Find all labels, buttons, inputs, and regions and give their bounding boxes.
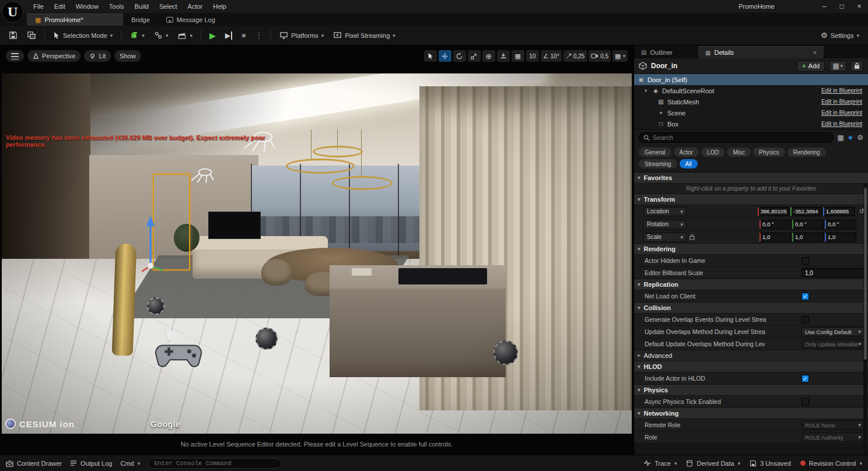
tab-outliner[interactable]: ▤ Outliner (634, 46, 698, 58)
content-drawer-button[interactable]: Content Drawer (6, 460, 62, 467)
actor-hidden-checkbox[interactable] (802, 257, 809, 265)
reflection-probe-icon[interactable] (494, 340, 518, 365)
scale-tool[interactable] (468, 50, 481, 62)
filter-misc[interactable]: Misc (727, 147, 751, 157)
details-scrollbar[interactable] (863, 183, 867, 455)
tab-message-log[interactable]: Message Log (158, 13, 223, 26)
tab-promohome[interactable]: ▦ PromoHome* (27, 13, 123, 26)
reflection-probe-icon[interactable] (147, 297, 164, 315)
selection-mode-dropdown[interactable]: Selection Mode (49, 28, 117, 43)
transform-gizmo[interactable] (118, 212, 183, 276)
filter-general[interactable]: General (639, 147, 671, 157)
gear-icon[interactable] (857, 133, 863, 142)
filter-lod[interactable]: LOD (701, 147, 725, 157)
rotation-x-field[interactable]: 0,0 ° (760, 220, 791, 229)
billboard-scale-field[interactable]: 1,0 (802, 268, 864, 277)
include-hlod-checkbox[interactable] (802, 375, 809, 382)
close-button[interactable]: × (850, 0, 868, 13)
rotation-dropdown[interactable]: Rotation (643, 220, 687, 229)
section-favorites[interactable]: Favorites (634, 173, 868, 184)
generate-overlap-checkbox[interactable] (802, 316, 809, 324)
filter-all[interactable]: All (680, 159, 698, 168)
play-button[interactable] (205, 28, 220, 43)
section-rendering[interactable]: Rendering (634, 244, 868, 255)
search-input-wrapper[interactable] (639, 132, 834, 143)
location-x-field[interactable]: 386,80105 (758, 207, 789, 216)
section-collision[interactable]: Collision (634, 303, 868, 314)
grid-snap-value[interactable]: 10 (526, 50, 539, 62)
tree-row-door-in-self[interactable]: ◉ Door_in (Self) (634, 74, 868, 85)
add-actor-button[interactable]: + (125, 28, 149, 43)
section-networking[interactable]: Networking (634, 408, 868, 419)
section-advanced[interactable]: Advanced (634, 350, 868, 361)
lit-dropdown[interactable]: Lit (84, 50, 111, 62)
net-load-checkbox[interactable] (802, 293, 809, 300)
lock-details-button[interactable] (850, 61, 863, 72)
gamepad-actor-icon[interactable] (155, 340, 202, 371)
select-tool[interactable] (424, 50, 437, 62)
viewport-scene[interactable]: Video memory has been exhausted (439.629… (2, 73, 632, 434)
surface-snap-button[interactable] (497, 50, 510, 62)
menu-help[interactable]: Help (208, 0, 232, 13)
location-z-field[interactable]: 1,608885 (823, 207, 855, 216)
tab-bridge[interactable]: Bridge (123, 13, 158, 26)
menu-window[interactable]: Window (71, 0, 104, 13)
frame-skip-button[interactable] (221, 28, 236, 43)
section-transform[interactable]: Transform (634, 194, 868, 205)
camera-speed-button[interactable]: 0,5 (589, 50, 611, 62)
world-local-toggle[interactable] (482, 50, 495, 62)
revision-control-dropdown[interactable]: Revision Control (800, 460, 862, 467)
blueprints-button[interactable] (150, 28, 173, 43)
stop-button[interactable] (237, 28, 250, 43)
scale-z-field[interactable]: 1,0 (825, 233, 856, 242)
show-dropdown[interactable]: Show (114, 50, 141, 62)
tree-row-box[interactable]: □ Box Edit in Blueprint (634, 118, 868, 129)
scale-lock-icon[interactable] (690, 234, 695, 240)
update-overlaps-dropdown[interactable]: Use Config Default (802, 327, 864, 336)
add-component-button[interactable]: + Add (797, 61, 825, 72)
move-tool[interactable] (439, 50, 452, 62)
settings-dropdown[interactable]: Settings (817, 28, 863, 43)
viewport-options-button[interactable] (6, 50, 24, 62)
menu-select[interactable]: Select (154, 0, 183, 13)
rotate-tool[interactable] (453, 50, 466, 62)
console-command-input[interactable] (154, 460, 275, 467)
location-y-field[interactable]: -352,3894 (790, 207, 822, 216)
viewport-layout-button[interactable] (612, 50, 628, 62)
menu-tools[interactable]: Tools (104, 0, 130, 13)
menu-build[interactable]: Build (130, 0, 154, 13)
maximize-button[interactable]: □ (833, 0, 850, 13)
edit-in-blueprint-link[interactable]: Edit in Blueprint (821, 110, 864, 116)
filter-physics[interactable]: Physics (753, 147, 785, 157)
content-browser-button[interactable] (23, 28, 40, 43)
section-replication[interactable]: Replication (634, 279, 868, 290)
search-input[interactable] (653, 134, 829, 141)
unsaved-button[interactable]: 3 Unsaved (750, 460, 791, 467)
menu-file[interactable]: File (28, 0, 49, 13)
expand-arrow-icon[interactable]: ▾ (645, 88, 649, 93)
scale-y-field[interactable]: 1,0 (792, 233, 824, 242)
grid-snap-toggle[interactable] (512, 50, 524, 62)
rotation-snap-toggle[interactable]: 10° (541, 50, 562, 62)
derived-data-dropdown[interactable]: Derived Data (686, 460, 740, 467)
edit-in-blueprint-link[interactable]: Edit in Blueprint (821, 121, 864, 127)
location-dropdown[interactable]: Location (643, 207, 687, 216)
edit-in-blueprint-link[interactable]: Edit in Blueprint (821, 99, 864, 105)
pixel-streaming-dropdown[interactable]: Pixel Streaming (329, 28, 400, 43)
tree-row-static-mesh[interactable]: ▧ StaticMesh Edit in Blueprint (634, 96, 868, 107)
platforms-dropdown[interactable]: Platforms (275, 28, 328, 43)
cinematics-button[interactable] (173, 28, 197, 43)
unreal-engine-logo[interactable]: U (2, 1, 23, 23)
rotation-z-field[interactable]: 0,0 ° (825, 220, 856, 229)
scale-dropdown[interactable]: Scale (643, 233, 687, 242)
minimize-button[interactable]: – (816, 0, 833, 13)
scale-x-field[interactable]: 1,0 (760, 233, 791, 242)
light-actor-icon[interactable] (187, 167, 215, 185)
scrollbar-thumb[interactable] (864, 188, 867, 360)
rotation-y-field[interactable]: 0,0 ° (792, 220, 824, 229)
section-hlod[interactable]: HLOD (634, 361, 868, 372)
favorites-star-icon[interactable] (847, 133, 853, 142)
save-button[interactable] (5, 28, 22, 43)
perspective-dropdown[interactable]: Perspective (27, 50, 80, 62)
view-options-button[interactable] (829, 61, 846, 72)
